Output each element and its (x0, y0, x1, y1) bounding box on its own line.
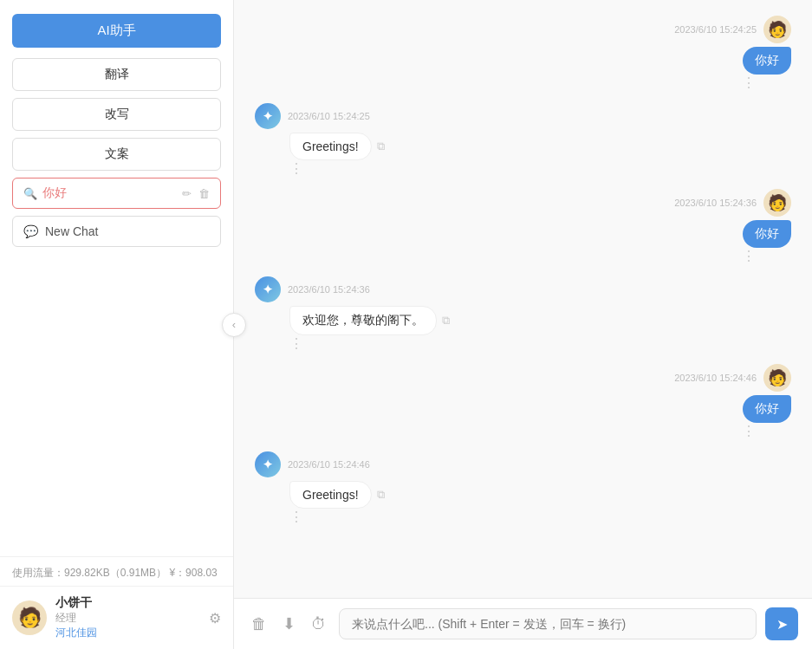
ai-assistant-button[interactable]: AI助手 (12, 14, 221, 48)
user-bubble-3: 你好 (743, 395, 791, 423)
active-chat-label: 你好 (42, 185, 67, 201)
ai-timestamp-2: 2023/6/10 15:24:36 (288, 284, 370, 295)
rewrite-button[interactable]: 改写 (12, 98, 221, 131)
ai-copy-icon-3[interactable]: ⧉ (377, 488, 385, 502)
user-avatar-msg-3: 🧑 (763, 364, 791, 392)
user-name: 小饼干 (55, 595, 200, 611)
timestamp-2: 2023/6/10 15:24:36 (674, 198, 757, 208)
ai-meta-1: ✦ 2023/6/10 15:24:25 (255, 103, 370, 129)
input-area: 🗑 ⬇ ⏱ ➤ (234, 598, 812, 649)
message-row-user-3: 2023/6/10 15:24:46 🧑 你好 ⋮ (255, 364, 791, 439)
timestamp-1: 2023/6/10 15:24:25 (674, 24, 757, 35)
sidebar: AI助手 翻译 改写 文案 🔍 你好 ✏ 🗑 💬 New Chat 使用流量：9… (0, 0, 234, 649)
collapse-sidebar-button[interactable]: ‹ (222, 313, 246, 337)
user-avatar: 🧑 (12, 600, 47, 635)
sidebar-top: AI助手 翻译 改写 文案 🔍 你好 ✏ 🗑 💬 New Chat (0, 0, 233, 556)
new-chat-button[interactable]: 💬 New Chat (12, 216, 221, 247)
ai-copy-icon-2[interactable]: ⧉ (442, 314, 450, 328)
send-button[interactable]: ➤ (765, 607, 798, 640)
user-msg-menu-3[interactable]: ⋮ (742, 423, 757, 439)
ai-copy-icon-1[interactable]: ⧉ (377, 140, 385, 153)
active-chat-item[interactable]: 🔍 你好 ✏ 🗑 (12, 178, 221, 209)
ai-avatar-2: ✦ (255, 276, 281, 302)
chat-input[interactable] (339, 608, 757, 639)
user-meta-3: 2023/6/10 15:24:46 🧑 (674, 364, 791, 392)
chat-search-icon: 🔍 (23, 187, 37, 200)
user-bubble-2: 你好 (743, 220, 791, 248)
message-row-ai-1: ✦ 2023/6/10 15:24:25 Greetings! ⧉ ⋮ (255, 103, 791, 177)
user-meta-2: 2023/6/10 15:24:36 🧑 (674, 189, 791, 217)
ai-bubble-1: Greetings! (289, 133, 372, 160)
message-row-user-2: 2023/6/10 15:24:36 🧑 你好 ⋮ (255, 189, 791, 264)
user-meta-1: 2023/6/10 15:24:25 🧑 (674, 16, 791, 43)
ai-bubble-2: 欢迎您，尊敬的阁下。 (289, 306, 437, 335)
chevron-left-icon: ‹ (232, 318, 236, 331)
sidebar-user: 🧑 小饼干 经理 河北佳园 ⚙ (0, 586, 233, 649)
download-button[interactable]: ⬇ (279, 611, 299, 637)
ai-msg-menu-2[interactable]: ⋮ (289, 335, 304, 352)
translate-button[interactable]: 翻译 (12, 58, 221, 91)
ai-timestamp-1: 2023/6/10 15:24:25 (288, 111, 370, 121)
settings-icon[interactable]: ⚙ (209, 610, 221, 626)
user-bubble-1: 你好 (743, 47, 791, 75)
edit-chat-icon[interactable]: ✏ (182, 187, 192, 200)
user-role: 经理 (55, 611, 200, 626)
sidebar-stats: 使用流量：929.82KB（0.91MB） ¥：908.03 (0, 556, 233, 586)
user-msg-menu-2[interactable]: ⋮ (742, 248, 757, 264)
delete-chat-button[interactable]: 🗑 (248, 612, 270, 637)
timestamp-3: 2023/6/10 15:24:46 (674, 373, 757, 383)
message-row-ai-2: ✦ 2023/6/10 15:24:36 欢迎您，尊敬的阁下。 ⧉ ⋮ (255, 276, 791, 352)
chat-item-icons: ✏ 🗑 (182, 187, 210, 200)
user-company: 河北佳园 (55, 626, 200, 640)
delete-chat-icon[interactable]: 🗑 (198, 187, 210, 200)
ai-msg-menu-3[interactable]: ⋮ (289, 509, 304, 525)
ai-avatar-1: ✦ (255, 103, 281, 129)
ai-avatar-3: ✦ (255, 451, 281, 477)
timer-icon-button[interactable]: ⏱ (308, 612, 330, 637)
user-msg-menu-1[interactable]: ⋮ (742, 75, 757, 91)
copywrite-button[interactable]: 文案 (12, 138, 221, 171)
chat-messages: 2023/6/10 15:24:25 🧑 你好 ⋮ ✦ 2023/6/10 15… (234, 0, 812, 598)
ai-msg-menu-1[interactable]: ⋮ (289, 160, 304, 177)
ai-timestamp-3: 2023/6/10 15:24:46 (288, 459, 370, 470)
user-avatar-msg-1: 🧑 (763, 16, 791, 43)
ai-meta-2: ✦ 2023/6/10 15:24:36 (255, 276, 370, 302)
ai-bubble-3: Greetings! (289, 481, 372, 509)
user-avatar-msg-2: 🧑 (763, 189, 791, 217)
message-row-ai-3: ✦ 2023/6/10 15:24:46 Greetings! ⧉ ⋮ (255, 451, 791, 525)
user-info: 小饼干 经理 河北佳园 (55, 595, 200, 640)
new-chat-label: New Chat (45, 224, 98, 238)
message-row-user-1: 2023/6/10 15:24:25 🧑 你好 ⋮ (255, 16, 791, 91)
send-icon: ➤ (776, 616, 788, 633)
new-chat-icon: 💬 (23, 224, 38, 238)
chat-item-left: 🔍 你好 (23, 185, 67, 201)
main-chat: ‹ 2023/6/10 15:24:25 🧑 你好 ⋮ ✦ 2023/6/10 … (234, 0, 812, 649)
ai-meta-3: ✦ 2023/6/10 15:24:46 (255, 451, 370, 477)
